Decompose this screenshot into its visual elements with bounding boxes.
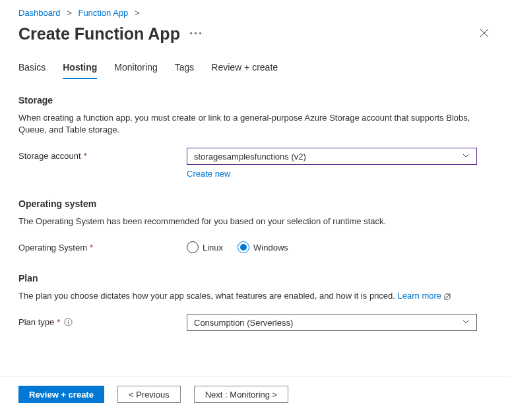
previous-button[interactable]: < Previous <box>117 386 181 403</box>
tab-hosting[interactable]: Hosting <box>63 62 97 79</box>
svg-rect-2 <box>68 322 69 324</box>
os-heading: Operating system <box>18 198 492 209</box>
chevron-down-icon <box>462 152 470 162</box>
breadcrumb-functionapp[interactable]: Function App <box>78 8 128 18</box>
radio-icon <box>187 241 199 253</box>
breadcrumb-sep: > <box>67 8 72 18</box>
os-desc: The Operating System has been recommende… <box>18 216 492 227</box>
plan-desc: The plan you choose dictates how your ap… <box>18 290 492 302</box>
svg-point-1 <box>68 320 69 320</box>
storage-account-value: storagesamplesfunctions (v2) <box>194 152 306 162</box>
tab-review[interactable]: Review + create <box>211 62 278 79</box>
storage-heading: Storage <box>18 95 492 105</box>
review-create-button[interactable]: Review + create <box>18 386 104 403</box>
chevron-down-icon <box>462 318 470 328</box>
tab-monitoring[interactable]: Monitoring <box>114 62 157 79</box>
tab-basics[interactable]: Basics <box>18 62 46 79</box>
page-title: Create Function App ··· <box>18 24 203 44</box>
plan-type-label: Plan type* <box>18 314 187 327</box>
close-icon[interactable] <box>477 26 492 42</box>
breadcrumb: Dashboard > Function App > <box>18 8 492 18</box>
create-new-link[interactable]: Create new <box>187 169 230 179</box>
plan-type-value: Consumption (Serverless) <box>194 318 293 328</box>
external-link-icon <box>444 293 451 300</box>
plan-type-select[interactable]: Consumption (Serverless) <box>187 314 477 331</box>
breadcrumb-dashboard[interactable]: Dashboard <box>18 8 61 18</box>
next-button[interactable]: Next : Monitoring > <box>194 386 288 403</box>
plan-heading: Plan <box>18 273 492 284</box>
radio-windows-label: Windows <box>253 243 288 253</box>
info-icon[interactable] <box>64 318 73 326</box>
radio-icon <box>238 241 249 253</box>
ellipsis-icon[interactable]: ··· <box>189 27 203 41</box>
storage-desc: When creating a function app, you must c… <box>18 112 492 136</box>
radio-linux-label: Linux <box>203 243 223 253</box>
storage-account-label: Storage account* <box>18 148 187 161</box>
radio-linux[interactable]: Linux <box>187 241 223 253</box>
os-label: Operating System* <box>18 239 187 253</box>
tab-tags[interactable]: Tags <box>175 62 195 79</box>
learn-more-link[interactable]: Learn more <box>398 291 441 301</box>
tabs: Basics Hosting Monitoring Tags Review + … <box>18 62 492 79</box>
footer: Review + create < Previous Next : Monito… <box>0 376 510 412</box>
radio-windows[interactable]: Windows <box>238 241 288 253</box>
breadcrumb-sep: > <box>135 8 140 18</box>
storage-account-select[interactable]: storagesamplesfunctions (v2) <box>187 148 477 165</box>
